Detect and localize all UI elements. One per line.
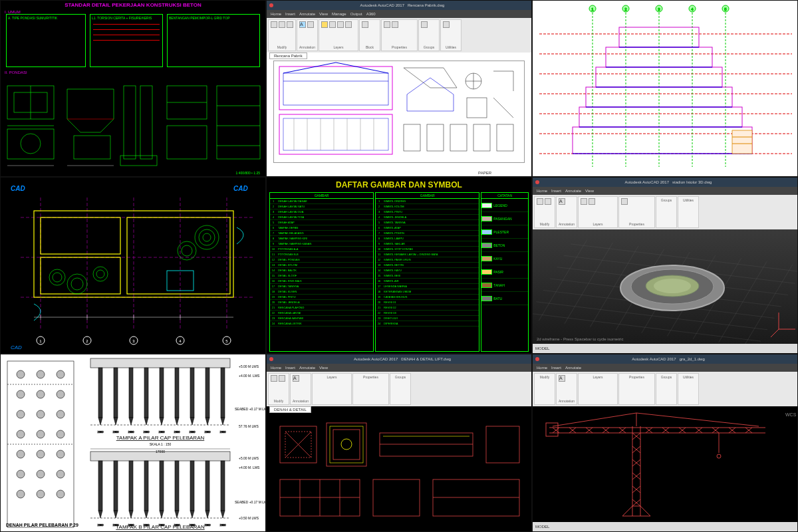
tab-home[interactable]: Home bbox=[271, 366, 281, 370]
text-icon[interactable]: A bbox=[559, 375, 565, 382]
text-icon[interactable]: A bbox=[293, 375, 299, 382]
tool-icon[interactable] bbox=[287, 21, 293, 28]
tab-annotate[interactable]: Annotate bbox=[565, 366, 581, 370]
tool-icon[interactable] bbox=[271, 21, 277, 28]
tab-annotate[interactable]: Annotate bbox=[565, 189, 581, 193]
panel-groups[interactable]: Groups bbox=[418, 19, 440, 51]
panel-block[interactable]: Block bbox=[359, 19, 380, 51]
tab-view[interactable]: View bbox=[319, 12, 328, 16]
panel-modify[interactable]: Modify bbox=[534, 373, 555, 405]
paper-space[interactable] bbox=[273, 61, 525, 163]
dim-icon[interactable] bbox=[307, 21, 314, 28]
panel-utilities[interactable]: Utilities bbox=[678, 196, 699, 228]
tab-home[interactable]: Home bbox=[537, 189, 547, 193]
tab-home[interactable]: Home bbox=[537, 366, 547, 370]
model-space[interactable]: WCS bbox=[533, 406, 797, 522]
ribbon-tabs[interactable]: Home Insert Annotate View bbox=[533, 187, 797, 195]
view-b-title: TAMPAK B PILAR CAP PELEBARAN bbox=[116, 524, 205, 530]
svg-point-143 bbox=[17, 370, 25, 378]
svg-point-93 bbox=[199, 229, 215, 245]
list-item: 3DENAH LANTAI DUA bbox=[270, 209, 373, 215]
svg-rect-24 bbox=[283, 118, 388, 150]
ribbon-tabs[interactable]: Home Insert Annotate bbox=[533, 364, 797, 372]
space-label[interactable]: MODEL bbox=[535, 525, 549, 529]
tab-home[interactable]: Home bbox=[271, 12, 281, 16]
panel-annotation[interactable]: AAnnotation bbox=[290, 373, 311, 405]
layer-icon[interactable] bbox=[321, 21, 328, 28]
panel-layers[interactable]: Layers bbox=[312, 373, 352, 405]
block-icon[interactable] bbox=[362, 21, 368, 28]
layer-icon[interactable] bbox=[337, 21, 344, 28]
list-item: 7SIMBOL POHON bbox=[376, 231, 479, 236]
model-space[interactable]: 2d wireframe - Press Spacebar to cycle i… bbox=[533, 229, 797, 344]
svg-rect-36 bbox=[404, 124, 420, 151]
layer-icon[interactable] bbox=[589, 198, 595, 205]
status-bar: MODEL bbox=[533, 522, 797, 531]
note-a: A. TIPE PONDASI SUMUR/TITIK bbox=[7, 15, 85, 21]
tab-view[interactable]: View bbox=[585, 189, 594, 193]
plan-title: DENAH PILAR PELEBARAN P.29 bbox=[6, 523, 78, 527]
panel-modify[interactable]: Modify bbox=[268, 373, 289, 405]
tool-icon[interactable] bbox=[271, 375, 277, 382]
layer-icon[interactable] bbox=[345, 21, 352, 28]
panel-utilities[interactable]: Utilities bbox=[440, 19, 462, 51]
prop-icon[interactable] bbox=[621, 198, 628, 205]
match-icon[interactable] bbox=[392, 21, 398, 28]
svg-point-152 bbox=[17, 430, 25, 438]
legend-swatch: LEGEND bbox=[481, 199, 528, 212]
util-icon[interactable] bbox=[443, 21, 450, 28]
prop-icon[interactable] bbox=[384, 21, 390, 28]
panel-properties[interactable]: Properties bbox=[352, 373, 389, 405]
panel-layers[interactable]: Layers bbox=[578, 196, 618, 228]
group-icon[interactable] bbox=[421, 21, 428, 28]
panel-groups[interactable]: Groups bbox=[390, 373, 411, 405]
tab-insert[interactable]: Insert bbox=[551, 189, 561, 193]
tab-a360[interactable]: A360 bbox=[366, 12, 376, 16]
panel-layers[interactable]: Layers bbox=[578, 373, 618, 405]
tab-insert[interactable]: Insert bbox=[285, 366, 295, 370]
tab-annotate[interactable]: Annotate bbox=[299, 366, 315, 370]
panel-annotation[interactable]: AAnnotation bbox=[297, 19, 318, 51]
layer-icon[interactable] bbox=[581, 198, 587, 205]
model-space[interactable] bbox=[267, 406, 531, 531]
tab-manage[interactable]: Manage bbox=[332, 12, 346, 16]
wcs-label: WCS bbox=[785, 412, 797, 417]
svg-rect-177 bbox=[175, 368, 179, 418]
space-label[interactable]: MODEL bbox=[535, 346, 549, 350]
panel-layers[interactable]: Layers bbox=[319, 19, 358, 51]
list-item: 16DETAIL RING BALK bbox=[270, 279, 373, 284]
panel-annotation[interactable]: AAnnotation bbox=[556, 373, 577, 405]
tab-insert[interactable]: Insert bbox=[285, 12, 295, 16]
panel-properties[interactable]: Properties bbox=[618, 196, 655, 228]
svg-point-92 bbox=[195, 225, 219, 249]
ribbon-tabs[interactable]: Home Insert Annotate View bbox=[267, 364, 531, 372]
svg-text:SEABED +0.17 M LWS: SEABED +0.17 M LWS bbox=[235, 500, 266, 504]
tool-icon[interactable] bbox=[279, 21, 285, 28]
panel-groups[interactable]: Groups bbox=[656, 373, 677, 405]
list-item: 20REVISI 01 bbox=[376, 300, 479, 305]
tab-annotate[interactable]: Annotate bbox=[299, 12, 315, 16]
tool-icon[interactable] bbox=[537, 198, 543, 205]
layer-icon[interactable] bbox=[329, 21, 336, 28]
drawing-tab[interactable]: DENAH & DETAIL bbox=[269, 406, 311, 413]
drawing-tab[interactable]: Rencana Pabrik bbox=[269, 53, 307, 59]
tab-output[interactable]: Output bbox=[350, 12, 362, 16]
panel-annotation[interactable]: AAnnotation bbox=[556, 196, 577, 228]
text-icon[interactable]: A bbox=[559, 198, 565, 205]
svg-text:2000: 2000 bbox=[190, 430, 196, 434]
tool-icon[interactable] bbox=[279, 375, 285, 382]
panel-properties[interactable]: Properties bbox=[381, 19, 418, 51]
titlebar: Autodesk AutoCAD 2017 gra_2d_1.dwg bbox=[533, 354, 797, 364]
panel-utilities[interactable]: Utilities bbox=[678, 373, 699, 405]
tab-view[interactable]: View bbox=[319, 366, 328, 370]
panel-properties[interactable]: Properties bbox=[618, 373, 655, 405]
crane-drawing: WCS bbox=[533, 406, 797, 522]
text-icon[interactable]: A bbox=[299, 21, 306, 28]
tool-icon[interactable] bbox=[545, 198, 551, 205]
ribbon-panels: Modify AAnnotation Layers Properties Gro… bbox=[533, 372, 797, 406]
panel-modify[interactable]: Modify bbox=[268, 19, 296, 51]
panel-groups[interactable]: Groups bbox=[656, 196, 677, 228]
ribbon-tabs[interactable]: Home Insert Annotate View Manage Output … bbox=[267, 10, 531, 18]
panel-modify[interactable]: Modify bbox=[534, 196, 555, 228]
tab-insert[interactable]: Insert bbox=[551, 366, 561, 370]
